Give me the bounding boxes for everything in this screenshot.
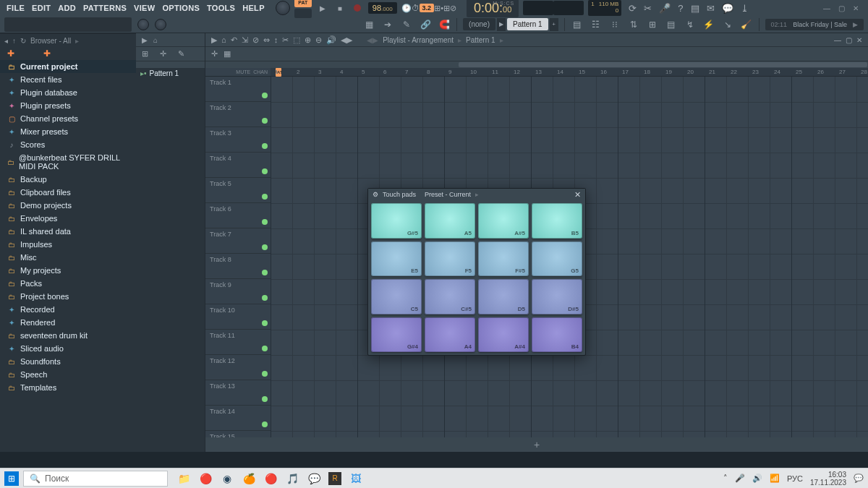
browser-item[interactable]: 🗀Packs xyxy=(0,277,136,290)
maximize-icon[interactable]: ▢ xyxy=(836,3,846,13)
minimize-icon[interactable]: — xyxy=(822,3,832,13)
browser-item[interactable]: ▢Channel presets xyxy=(0,112,136,125)
pl-tool-grid[interactable]: ▦ xyxy=(224,49,231,59)
track-header[interactable]: Track 13 xyxy=(205,380,271,406)
mic-icon[interactable]: 🎤 xyxy=(659,3,671,14)
touchpad-G#4[interactable]: G#4 xyxy=(371,317,422,353)
pl-tool-0[interactable]: ▶ xyxy=(211,35,217,45)
menu-patterns[interactable]: PATTERNS xyxy=(80,4,130,12)
track-header[interactable]: Track 14 xyxy=(205,406,271,431)
track-header[interactable]: Track 5 xyxy=(205,178,271,203)
pattern-next[interactable]: + xyxy=(550,18,558,31)
tray-lang[interactable]: РУС xyxy=(787,474,803,483)
browser-item[interactable]: ✦Recorded xyxy=(0,303,136,316)
tb-icon-9[interactable]: ↘ xyxy=(721,18,734,31)
undo-icon[interactable]: ⟳ xyxy=(629,3,637,14)
pl-tool-10[interactable]: ⊖ xyxy=(315,35,322,45)
browser-item[interactable]: 🗀Demo projects xyxy=(0,199,136,212)
browser-item[interactable]: ♪Scores xyxy=(0,138,136,151)
add-track-button[interactable]: + xyxy=(534,439,540,450)
browser-back[interactable]: ◂ xyxy=(4,37,8,45)
taskbar-opera[interactable]: 🔴 xyxy=(263,471,278,486)
pp-play-icon[interactable]: ▶ xyxy=(142,36,148,44)
stop-button[interactable]: ■ xyxy=(333,1,346,14)
touchpad-B5[interactable]: B5 xyxy=(532,203,582,239)
browser-item[interactable]: 🗀Project bones xyxy=(0,290,136,303)
step-edit-icon[interactable]: ⊞• xyxy=(434,4,443,13)
mail-icon[interactable]: ✉ xyxy=(707,3,715,14)
touchpad-E5[interactable]: E5 xyxy=(371,241,422,277)
browser-item[interactable]: ✦Mixer presets xyxy=(0,125,136,138)
track-header[interactable]: Track 7 xyxy=(205,228,271,254)
track-header[interactable]: Track 9 xyxy=(205,279,271,304)
pattern-prev[interactable]: ▶ xyxy=(497,18,506,31)
touchpad-F#5[interactable]: F#5 xyxy=(478,241,529,277)
tb-icon-10[interactable]: 🧹 xyxy=(740,18,753,31)
track-header[interactable]: Track 8 xyxy=(205,254,271,279)
browser-item[interactable]: 🗀Soundfonts xyxy=(0,355,136,368)
taskbar-itunes[interactable]: 🎵 xyxy=(285,471,299,486)
record-button[interactable] xyxy=(351,1,364,14)
track-header[interactable]: Track 12 xyxy=(205,355,271,380)
browser-item[interactable]: 🗀Speech xyxy=(0,368,136,381)
view-icon-2[interactable]: ➔ xyxy=(381,18,394,31)
tempo-display[interactable]: 98.000 xyxy=(368,2,397,14)
browser-item[interactable]: 🗀IL shared data xyxy=(0,225,136,238)
browser-item[interactable]: 🗀@bunkerbeat SYFER DRILL MIDI PACK xyxy=(0,151,136,173)
touchpad-A4[interactable]: A4 xyxy=(425,317,475,353)
main-volume-knob[interactable] xyxy=(276,1,290,15)
touchpad-A#5[interactable]: A#5 xyxy=(478,203,529,239)
pl-max-icon[interactable]: ▢ xyxy=(846,36,852,44)
pattern-none[interactable]: (none) xyxy=(463,18,495,30)
pl-tool-6[interactable]: ↕ xyxy=(274,35,278,44)
browser-item[interactable]: ✦Recent files xyxy=(0,73,136,86)
pl-tool-7[interactable]: ✂ xyxy=(282,35,289,45)
view-icon-1[interactable]: ▦ xyxy=(362,18,375,31)
pl-tool-4[interactable]: ⊘ xyxy=(252,35,259,45)
browser-item[interactable]: ✦Plugin database xyxy=(0,86,136,99)
track-header[interactable]: Track 6 xyxy=(205,203,271,228)
close-icon[interactable]: ✕ xyxy=(851,3,861,13)
touchpad-A#4[interactable]: A#4 xyxy=(478,317,529,353)
menu-options[interactable]: OPTIONS xyxy=(158,4,203,12)
track-header[interactable]: Track 1 xyxy=(205,77,271,102)
browser-item[interactable]: ✦Plugin presets xyxy=(0,99,136,112)
tb-icon-5[interactable]: ⊞ xyxy=(646,18,659,31)
touchpad-B4[interactable]: B4 xyxy=(532,317,582,353)
track-header[interactable]: Track 4 xyxy=(205,153,271,178)
menu-edit[interactable]: EDIT xyxy=(28,4,54,12)
tb-icon-1[interactable]: ▤ xyxy=(571,18,584,31)
pattern-item[interactable]: ▸• Pattern 1 xyxy=(136,68,205,79)
touchpad-D#5[interactable]: D#5 xyxy=(532,279,582,314)
touchpad-F5[interactable]: F5 xyxy=(425,241,475,277)
touchpad-G5[interactable]: G5 xyxy=(532,241,582,277)
track-header[interactable]: Track 10 xyxy=(205,304,271,330)
tb-icon-2[interactable]: ☷ xyxy=(590,18,603,31)
taskbar-fl[interactable]: 🍊 xyxy=(242,471,256,486)
pl-snap[interactable]: ✛ xyxy=(211,49,218,59)
tb-icon-8[interactable]: ⚡ xyxy=(702,18,715,31)
news-display[interactable]: 02:11 Black Friday | Sale ▶ xyxy=(765,19,864,30)
track-header[interactable]: Track 11 xyxy=(205,330,271,355)
start-button[interactable]: ⊞ xyxy=(4,471,19,486)
pl-tool-1[interactable]: ⌂ xyxy=(221,35,226,44)
pitch-knob[interactable] xyxy=(137,19,149,30)
browser-up[interactable]: ↑ xyxy=(12,37,16,45)
browser-item[interactable]: ✦Sliced audio xyxy=(0,342,136,355)
taskbar-steam[interactable]: ◉ xyxy=(220,471,234,486)
menu-view[interactable]: VIEW xyxy=(130,4,158,12)
browser-item[interactable]: 🗀My projects xyxy=(0,264,136,277)
touchpad-C#5[interactable]: C#5 xyxy=(425,279,475,314)
tb-icon-7[interactable]: ↯ xyxy=(684,18,697,31)
browser-item[interactable]: 🗀Backup xyxy=(0,173,136,186)
pl-tool-5[interactable]: ⇔ xyxy=(263,35,270,45)
countdown-icon[interactable]: ⏱ xyxy=(412,4,420,12)
touchpads-menu-icon[interactable]: ⚙ xyxy=(373,191,378,198)
touchpad-D5[interactable]: D5 xyxy=(478,279,529,314)
menu-file[interactable]: FILE xyxy=(3,4,28,12)
tray-chevron[interactable]: ˄ xyxy=(723,474,728,483)
pl-tool-3[interactable]: ⇲ xyxy=(242,35,248,45)
metronome-icon[interactable]: 🕑 xyxy=(401,4,412,13)
menu-help[interactable]: HELP xyxy=(239,4,268,12)
save-icon[interactable]: ▤ xyxy=(691,3,699,14)
